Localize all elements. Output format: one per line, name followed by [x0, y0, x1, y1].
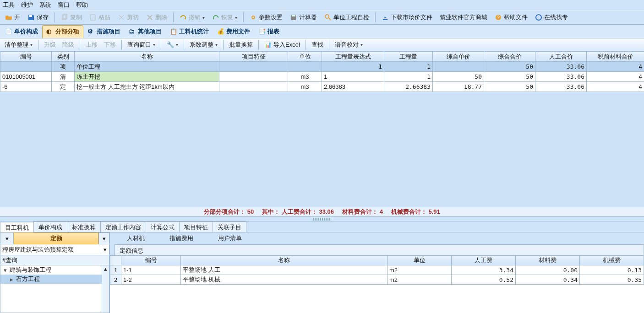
col-name[interactable]: 名称 [75, 52, 219, 62]
download-market-button[interactable]: 下载市场价文件 [378, 11, 436, 23]
tab-price[interactable]: 📄单价构成 [1, 25, 42, 38]
tab-report[interactable]: 📑报表 [254, 25, 284, 38]
quota-dd[interactable]: ▾ [98, 232, 109, 244]
menu-window[interactable]: 窗口 [58, 1, 70, 9]
upgrade-button[interactable]: 升级 [41, 39, 59, 50]
find-button[interactable]: 查找 [309, 39, 326, 50]
col-expr[interactable]: 工程量表达式 [322, 52, 384, 62]
rowhead [110, 256, 121, 265]
tree-item[interactable]: ▾建筑与装饰工程 [0, 265, 109, 275]
icol-mech[interactable]: 机械费 [580, 256, 644, 265]
tree-item[interactable]: ▸石方工程 [0, 275, 109, 284]
quota-tab[interactable]: 定额 [14, 232, 98, 244]
icol-name[interactable]: 名称 [181, 256, 387, 265]
col-no[interactable]: 编号 [0, 52, 52, 62]
menu-system[interactable]: 系统 [39, 1, 51, 9]
bottom-tabs: 目工料机 单价构成 标准换算 定额工作内容 计算公式 项目特征 关联子目 [0, 221, 644, 232]
paste-button[interactable]: 粘贴 [86, 11, 114, 23]
movedown-button[interactable]: 下移 [101, 39, 119, 50]
icol-mat[interactable]: 材料费 [516, 256, 580, 265]
moveup-button[interactable]: 上移 [83, 39, 100, 50]
scroll-up-icon[interactable]: ▴ [102, 265, 109, 272]
quota-panel: ▾ 定额 ▾ 程房屋建筑与装饰预算定额▾ #查询 ▾建筑与装饰工程 ▸石方工程 … [0, 232, 110, 313]
table-row[interactable]: -6 定 挖一般土方 人工挖土方 运距1km以内 m3 2.66383 2.66… [0, 82, 644, 92]
folder-icon: 🗂 [129, 28, 136, 35]
col-total[interactable]: 综合合价 [484, 52, 535, 62]
cat-rcl[interactable]: 人材机 [119, 233, 153, 244]
tab-feefile[interactable]: 💰费用文件 [213, 25, 254, 38]
search-row[interactable]: #查询 [0, 255, 109, 265]
tab-measure[interactable]: ⚙措施项目 [83, 25, 125, 38]
collapse-button[interactable]: ▾ [0, 232, 14, 244]
col-feat[interactable]: 项目特征 [219, 52, 288, 62]
icol-no[interactable]: 编号 [121, 256, 181, 265]
search-icon [324, 14, 332, 21]
col-mat[interactable]: 税前材料合价 [587, 52, 644, 62]
undo-icon [180, 14, 187, 21]
gear-icon [250, 14, 257, 21]
grid-header-row: 编号 类别 名称 项目特征 单位 工程量表达式 工程量 综合单价 综合合价 人工… [0, 52, 644, 62]
tool-dropdown[interactable]: 🔧 [164, 39, 181, 50]
btab-formula[interactable]: 计算公式 [146, 221, 180, 232]
copy-button[interactable]: 复制 [58, 11, 85, 23]
import-excel-button[interactable]: 📊导入Excel [262, 39, 303, 50]
tab-stat[interactable]: 📋工料机统计 [166, 25, 213, 38]
table-row[interactable]: 2 1-2 平整场地 机械 m2 0.52 0.34 0.35 [110, 275, 644, 285]
splitter[interactable] [0, 217, 644, 221]
tab-other[interactable]: 🗂其他项目 [125, 25, 166, 38]
open-button[interactable]: 开 [2, 11, 23, 23]
btab-related[interactable]: 关联子目 [213, 221, 246, 232]
tab-fbfx[interactable]: ◐分部分项 [42, 25, 83, 38]
coef-button[interactable]: 系数调整 [187, 39, 220, 50]
globe-icon [535, 14, 542, 21]
btab-work[interactable]: 定额工作内容 [100, 221, 146, 232]
btab-feature[interactable]: 项目特征 [179, 221, 213, 232]
col-labor[interactable]: 人工合价 [535, 52, 587, 62]
selfcheck-button[interactable]: 单位工程自检 [321, 11, 372, 23]
catalog-select[interactable]: 程房屋建筑与装饰预算定额▾ [0, 244, 109, 255]
btab-std[interactable]: 标准换算 [67, 221, 101, 232]
minus-icon[interactable]: ▾ [2, 267, 8, 274]
grid-empty-area[interactable] [0, 92, 644, 207]
arrange-button[interactable]: 清单整理 [2, 39, 35, 50]
open-icon [5, 14, 12, 21]
icol-unit[interactable]: 单位 [387, 256, 452, 265]
menu-tools[interactable]: 工具 [3, 1, 15, 9]
module-tabs: 📄单价构成 ◐分部分项 ⚙措施项目 🗂其他项目 📋工料机统计 💰费用文件 📑报表 [0, 25, 644, 38]
download-icon [382, 14, 389, 21]
menu-help[interactable]: 帮助 [76, 1, 88, 9]
cut-button[interactable]: 剪切 [115, 11, 142, 23]
cat-user[interactable]: 用户清单 [210, 233, 250, 244]
table-row[interactable]: 0101005001 清 冻土开挖 m3 1 1 50 50 33.06 4 [0, 72, 644, 82]
sum-labor: 其中： 人工费合计： 33.06 [262, 208, 334, 216]
downgrade-button[interactable]: 降级 [60, 39, 77, 50]
table-row[interactable]: 项 单位工程 1 1 50 33.06 4 [0, 62, 644, 72]
voice-button[interactable]: 语音校对 [332, 39, 366, 50]
helpfile-button[interactable]: ?帮助文件 [491, 11, 531, 23]
plus-icon[interactable]: ▸ [9, 276, 14, 283]
table-row[interactable]: 1 1-1 平整场地 人工 m2 3.34 0.00 0.13 [110, 265, 644, 275]
redo-button[interactable]: 恢复 [209, 11, 240, 23]
btab-material[interactable]: 目工料机 [0, 222, 34, 232]
mall-button[interactable]: 筑业软件官方商城 [437, 11, 491, 23]
menu-maintain[interactable]: 维护 [21, 1, 33, 9]
online-button[interactable]: 在线找专 [532, 11, 571, 23]
main-toolbar: 开 保存 复制 粘贴 剪切 删除 撤销 恢复 参数设置 计算器 单位工程自检 下… [0, 10, 644, 25]
save-button[interactable]: 保存 [24, 11, 52, 23]
list-icon: 📋 [170, 28, 177, 35]
icol-labor[interactable]: 人工费 [452, 256, 516, 265]
calculator-button[interactable]: 计算器 [287, 11, 320, 23]
col-uprice[interactable]: 综合单价 [433, 52, 484, 62]
delete-button[interactable]: 删除 [143, 11, 170, 23]
doc-icon: 📄 [5, 28, 12, 35]
query-window-button[interactable]: 查询窗口 [125, 39, 158, 50]
scrollbar[interactable]: ▴ [102, 265, 109, 313]
params-button[interactable]: 参数设置 [246, 11, 286, 23]
batch-button[interactable]: 批量换算 [226, 39, 256, 50]
btab-price[interactable]: 单价构成 [33, 221, 67, 232]
col-qty[interactable]: 工程量 [384, 52, 433, 62]
undo-button[interactable]: 撤销 [176, 11, 208, 23]
col-cat[interactable]: 类别 [52, 52, 75, 62]
col-unit[interactable]: 单位 [288, 52, 322, 62]
cat-measure[interactable]: 措施费用 [162, 233, 201, 244]
